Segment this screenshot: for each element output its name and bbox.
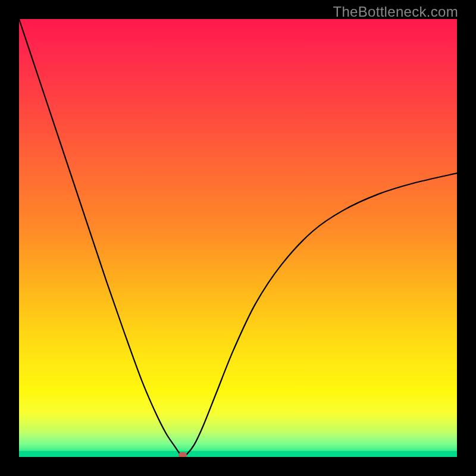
chart-frame: TheBottleneck.com	[0, 0, 476, 476]
bottleneck-curve	[19, 19, 457, 457]
watermark-text: TheBottleneck.com	[333, 4, 458, 20]
plot-area	[19, 19, 457, 457]
balance-point-marker	[178, 452, 187, 457]
